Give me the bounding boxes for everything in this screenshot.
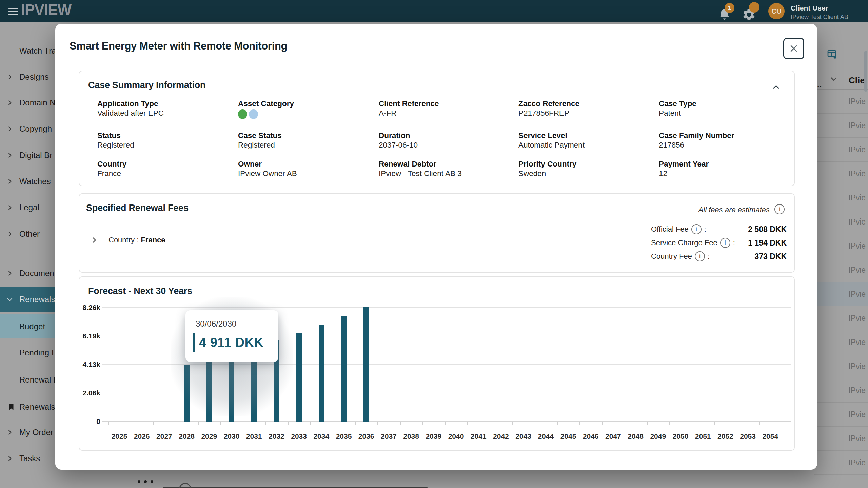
table-row[interactable]: IPvie: [814, 186, 868, 210]
x-axis-tick-label: 2053: [740, 432, 756, 441]
table-cell-client: IPvie: [848, 193, 866, 202]
info-icon[interactable]: i: [695, 251, 705, 261]
x-axis-tick: [265, 422, 266, 425]
forecast-bar-2035[interactable]: [341, 316, 347, 422]
fee-row-country: Country Feei: 373 DKK: [651, 251, 787, 262]
x-axis-tick-label: 2034: [313, 432, 329, 441]
app-logo[interactable]: IPVIEW: [21, 1, 71, 18]
table-cell-client: IPvie: [848, 410, 866, 419]
table-row[interactable]: IPvie: [814, 258, 868, 282]
column-chevron-down-icon[interactable]: [829, 74, 839, 84]
top-bar: IPVIEW 1 CU Client User IPview Test Clie…: [0, 0, 868, 22]
chevron-right-icon: [90, 235, 99, 245]
x-axis-tick-label: 2043: [515, 432, 531, 441]
fee-group-value: France: [141, 236, 165, 244]
table-row[interactable]: IPvie: [814, 114, 868, 138]
fee-group-country-row[interactable]: Country : France: [90, 235, 165, 245]
field-application-type: Application Type Validated after EPC: [97, 99, 238, 122]
field-asset-category: Asset Category: [238, 99, 379, 122]
table-cell-client: IPvie: [848, 434, 866, 443]
table-row[interactable]: IPvie: [814, 162, 868, 186]
case-summary-grid: Application Type Validated after EPC Ass…: [97, 99, 787, 179]
x-axis-tick-label: 2026: [134, 432, 150, 441]
close-icon: [789, 43, 799, 54]
table-row[interactable]: IPvie: [814, 354, 868, 378]
chevron-right-icon: [5, 98, 14, 107]
chevron-right-icon: [5, 73, 14, 81]
chevron-right-icon: [5, 124, 14, 133]
table-row[interactable]: IPvie: [814, 378, 868, 403]
fee-value-official: 2 508 DKK: [748, 225, 787, 234]
asset-category-dot-blue: [249, 109, 258, 119]
column-header-client[interactable]: Clie: [849, 75, 865, 86]
x-axis-tick: [243, 422, 243, 425]
x-axis-tick-label: 2054: [762, 432, 778, 441]
forecast-bar-2036[interactable]: [363, 307, 369, 422]
x-axis-tick-label: 2025: [112, 432, 127, 441]
vertical-scrollbar[interactable]: [864, 51, 867, 92]
table-cell-client: IPvie: [848, 458, 866, 467]
y-axis-tick-label: 8.26k: [79, 304, 100, 312]
fee-list: Official Feei: 2 508 DKK Service Charge …: [651, 224, 787, 265]
table-cell-client: IPvie: [848, 241, 866, 251]
info-icon[interactable]: i: [720, 238, 730, 248]
renewal-fees-heading: Specified Renewal Fees: [86, 203, 189, 213]
field-owner: Owner IPview Owner AB: [238, 159, 379, 179]
table-cell-client: IPvie: [848, 362, 866, 371]
x-axis-tick: [355, 422, 356, 425]
forecast-chart-plot: 02.06k4.13k6.19k8.26k2025202620272028202…: [79, 277, 794, 450]
table-row[interactable]: IPvie: [814, 427, 868, 451]
x-axis-tick-label: 2031: [246, 432, 262, 441]
field-zacco-reference: Zacco Reference P217856FREP: [518, 99, 659, 122]
table-row[interactable]: IPvie: [814, 330, 868, 354]
info-icon[interactable]: i: [691, 224, 702, 234]
x-axis-tick-label: 2045: [560, 432, 576, 441]
background-circle-button[interactable]: [179, 483, 191, 488]
table-cell-client: IPvie: [848, 314, 866, 323]
x-axis-tick-label: 2050: [673, 432, 689, 441]
table-rows: IPvieIPvieIPvieIPvieIPvieIPvieIPvieIPvie…: [814, 90, 868, 475]
x-axis-tick: [220, 422, 221, 425]
user-avatar[interactable]: CU: [768, 3, 785, 19]
table-cell-client: IPvie: [848, 97, 866, 106]
table-row[interactable]: IPvie: [814, 138, 868, 162]
settings-badge: [749, 2, 760, 13]
fee-value-service-charge: 1 194 DKK: [748, 238, 787, 248]
y-axis-tick-label: 2.06k: [79, 389, 100, 397]
fee-row-service-charge: Service Charge Feei: 1 194 DKK: [651, 237, 787, 248]
table-row[interactable]: IPvie: [814, 306, 868, 330]
x-axis-tick: [759, 422, 760, 425]
table-row[interactable]: IPvie: [814, 90, 868, 114]
x-axis-tick: [647, 422, 648, 425]
close-button[interactable]: [783, 38, 804, 59]
fee-row-official: Official Feei: 2 508 DKK: [651, 224, 787, 235]
field-payment-year: Payment Year 12: [659, 159, 787, 179]
field-country: Country France: [97, 159, 238, 179]
forecast-bar-2033[interactable]: [296, 333, 302, 422]
forecast-bar-2034[interactable]: [319, 325, 324, 422]
collapse-chevron-up-icon[interactable]: [771, 82, 781, 92]
x-axis-tick-label: 2028: [179, 432, 195, 441]
x-axis-tick-label: 2051: [695, 432, 711, 441]
table-row[interactable]: IPvie: [814, 403, 868, 427]
table-cell-client: IPvie: [848, 290, 866, 299]
table-cell-client: IPvie: [848, 121, 866, 130]
table-row[interactable]: IPvie: [814, 282, 868, 306]
field-case-status: Case Status Registered: [238, 131, 379, 150]
sidebar-overflow-dots[interactable]: [138, 480, 153, 483]
table-column-settings-icon[interactable]: [827, 49, 837, 60]
field-duration: Duration 2037-06-10: [379, 131, 518, 150]
hamburger-menu-icon[interactable]: [8, 7, 18, 15]
info-icon[interactable]: i: [774, 204, 785, 214]
x-axis-tick: [131, 422, 131, 425]
table-row[interactable]: IPvie: [814, 234, 868, 258]
forecast-card: Forecast - Next 30 Years 02.06k4.13k6.19…: [79, 276, 795, 451]
table-row[interactable]: IPvie: [814, 210, 868, 234]
x-axis-tick: [400, 422, 401, 425]
x-axis-tick: [512, 422, 513, 425]
x-axis-tick: [625, 422, 625, 425]
chevron-right-icon: [5, 177, 14, 186]
chart-gridline: [102, 421, 791, 422]
table-row[interactable]: IPvie: [814, 451, 868, 475]
field-service-level: Service Level Automatic Payment: [518, 131, 659, 150]
